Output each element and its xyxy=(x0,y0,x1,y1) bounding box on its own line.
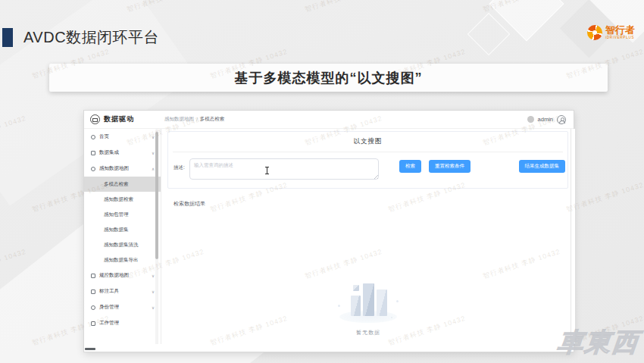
idriverplus-logo-icon xyxy=(587,25,602,40)
search-panel: 以文搜图 描述: 检索 重置检索条件 结果生成数据集 xyxy=(167,131,568,189)
title-accent-block xyxy=(2,28,13,47)
main-scrollbar[interactable] xyxy=(571,129,571,344)
slide-title: AVDC数据闭环平台 xyxy=(23,27,159,48)
chevron-down-icon: ∨ xyxy=(152,289,155,294)
identity-icon xyxy=(91,305,95,310)
app-bottom-strip xyxy=(84,344,574,352)
divider xyxy=(173,152,563,152)
panel-title: 以文搜图 xyxy=(168,132,567,146)
description-input[interactable] xyxy=(189,158,379,180)
sidebar-item-perception-dataset-export[interactable]: 感知数据集导出 xyxy=(84,252,161,268)
app-logo-text: 数据驱动 xyxy=(104,114,134,124)
banner-title: 基于多模态模型的“以文搜图” xyxy=(235,69,423,87)
app-logo-icon xyxy=(90,114,100,124)
breadcrumb-current: 多模态检索 xyxy=(200,116,225,123)
app-header: 数据驱动 感知数据地图 / 多模态检索 admin xyxy=(84,111,574,129)
perception-map-icon xyxy=(91,167,95,171)
data-integration-icon xyxy=(91,151,95,155)
empty-state-illustration xyxy=(338,279,399,323)
sidebar-item-perception-data-map[interactable]: 感知数据地图 ∧ xyxy=(84,161,161,177)
slide-header: AVDC数据闭环平台 智行者 iDRiVERPLUS xyxy=(0,0,644,59)
planning-map-icon xyxy=(91,274,95,278)
breadcrumb: 感知数据地图 / 多模态检索 xyxy=(164,116,224,123)
work-icon xyxy=(91,321,95,326)
home-icon xyxy=(91,135,95,139)
sidebar-item-perception-data-search[interactable]: 感知数据检索 xyxy=(84,192,161,207)
sidebar-item-data-integration[interactable]: 数据集成 ∨ xyxy=(84,145,161,161)
reset-conditions-button[interactable]: 重置检索条件 xyxy=(429,160,470,173)
brand-name: 智行者 xyxy=(605,25,635,35)
sidebar-item-perception-dataset[interactable]: 感知数据集 xyxy=(84,222,161,237)
banner: 基于多模态模型的“以文搜图” xyxy=(49,64,608,92)
app-window: 数据驱动 感知数据地图 / 多模态检索 admin 首页 ∨ 数据集成 ∨ xyxy=(83,110,574,352)
brand-logo: 智行者 iDRiVERPLUS xyxy=(587,25,635,40)
sidebar-item-home[interactable]: 首页 ∨ xyxy=(84,129,161,145)
brand-subtitle: iDRiVERPLUS xyxy=(605,36,635,40)
sidebar-item-multimodal-search[interactable]: 多模态检索 xyxy=(84,177,161,192)
chevron-down-icon: ∨ xyxy=(152,305,155,310)
description-label: 描述: xyxy=(174,164,185,171)
breadcrumb-separator: / xyxy=(196,117,198,122)
sidebar-scrollbar-thumb[interactable] xyxy=(155,132,158,259)
annotation-tool-icon xyxy=(91,289,95,294)
sidebar-item-annotation-tool[interactable]: 标注工具 ∨ xyxy=(84,283,161,299)
search-button[interactable]: 检索 xyxy=(399,160,421,173)
header-user-area: admin xyxy=(527,115,566,124)
chevron-down-icon: ∨ xyxy=(152,135,155,139)
results-label: 检索数据结果 xyxy=(174,200,205,208)
avatar xyxy=(527,116,534,123)
empty-state-text: 暂无数据 xyxy=(323,329,414,336)
chevron-up-icon: ∧ xyxy=(152,167,155,171)
sidebar-item-identity-mgmt[interactable]: 身份管理 ∨ xyxy=(84,299,161,315)
sidebar: 首页 ∨ 数据集成 ∨ 感知数据地图 ∧ 多模态检索 感知数据检索 感知包管理 xyxy=(84,129,161,346)
text-cursor xyxy=(267,167,267,174)
sidebar-item-perception-dataset-clean[interactable]: 感知数据集清洗 xyxy=(84,237,161,252)
chevron-down-icon: ∨ xyxy=(152,151,155,155)
sidebar-item-work-mgmt[interactable]: 工作管理 xyxy=(84,315,161,331)
horizontal-scrollbar-thumb[interactable] xyxy=(85,348,95,350)
sidebar-item-perception-package-mgmt[interactable]: 感知包管理 xyxy=(84,207,161,222)
generate-dataset-button[interactable]: 结果生成数据集 xyxy=(519,160,566,173)
sidebar-item-planning-data-map[interactable]: 规控数据地图 ∨ xyxy=(84,268,161,283)
main-content: 以文搜图 描述: 检索 重置检索条件 结果生成数据集 检索数据结果 xyxy=(161,129,575,346)
slide: AVDC数据闭环平台 智行者 iDRiVERPLUS 基于多模态模型的“以文搜图… xyxy=(0,0,644,363)
user-icon[interactable] xyxy=(557,115,566,124)
breadcrumb-parent[interactable]: 感知数据地图 xyxy=(164,116,194,123)
chevron-down-icon: ∨ xyxy=(152,274,155,278)
user-name[interactable]: admin xyxy=(538,116,553,123)
empty-state: 暂无数据 xyxy=(323,279,414,336)
